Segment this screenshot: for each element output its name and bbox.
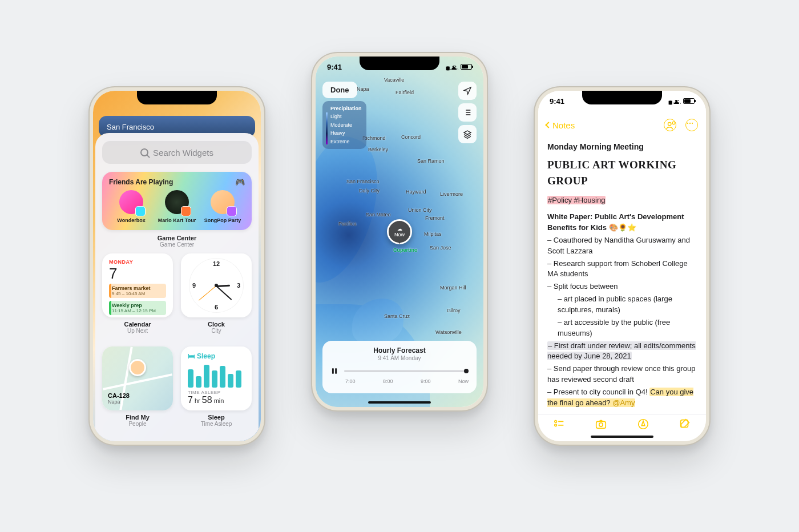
- sleep-label: Sleep Time Asleep: [181, 414, 252, 427]
- notch: [360, 57, 439, 70]
- phone-notes: 9:41 Notes: [534, 86, 711, 446]
- wifi-icon: [673, 98, 681, 104]
- city-label: Daly City: [359, 188, 380, 194]
- hashtags: #Policy #Housing: [547, 196, 606, 204]
- city-label: Gilroy: [447, 308, 461, 313]
- friend-mariokart[interactable]: Mario Kart Tour: [155, 190, 199, 223]
- calendar-label: Calendar Up Next: [102, 321, 173, 334]
- checklist-icon: [553, 418, 566, 430]
- svg-point-5: [689, 123, 691, 124]
- home-indicator[interactable]: [368, 401, 431, 404]
- city-label: Vacaville: [384, 77, 404, 83]
- notch: [137, 91, 217, 104]
- done-button[interactable]: Done: [322, 82, 357, 98]
- search-placeholder: Search Widgets: [153, 148, 213, 158]
- svg-point-4: [687, 123, 688, 124]
- note-body[interactable]: Monday Morning Meeting Public Art Workin…: [538, 136, 706, 414]
- city-label: San Mateo: [366, 212, 391, 217]
- game-center-widget[interactable]: Friends Are Playing 🎮 Wonderbox Mario Ka…: [102, 172, 252, 230]
- city-label: Morgan Hill: [440, 285, 466, 291]
- sleep-widget[interactable]: 🛏Sleep TIME ASLEEP 7 hr 58 min: [181, 346, 252, 410]
- more-button[interactable]: [685, 119, 698, 131]
- note-title: Public Art Working Group: [547, 157, 697, 188]
- note-subtitle: Monday Morning Meeting: [547, 141, 697, 152]
- svg-point-6: [692, 123, 693, 124]
- city-label: Fremont: [425, 215, 445, 221]
- clock-face: 12 3 6 9: [189, 258, 244, 313]
- city-label: Concord: [401, 134, 421, 140]
- city-label: Watsonville: [435, 329, 462, 335]
- weather-map[interactable]: VacavilleNapaFairfieldRichmondConcordBer…: [316, 57, 483, 407]
- signal-icon: [446, 63, 448, 71]
- search-icon: [140, 148, 148, 156]
- city-label: Fairfield: [396, 90, 414, 95]
- person-pin: [129, 359, 146, 376]
- city-label: San Jose: [430, 245, 451, 251]
- sleep-bars: [188, 365, 245, 388]
- svg-rect-0: [332, 368, 334, 373]
- svg-point-2: [668, 123, 671, 126]
- home-indicator[interactable]: [591, 436, 653, 438]
- markup-button[interactable]: [636, 417, 650, 431]
- findmy-label: Find My People: [102, 414, 173, 427]
- battery-icon: [683, 98, 695, 104]
- findmy-widget[interactable]: CA-128 Napa: [102, 346, 173, 410]
- city-label: Napa: [357, 86, 369, 92]
- game-center-icon: 🎮: [235, 178, 245, 187]
- now-pin[interactable]: ☁ Now: [387, 219, 412, 244]
- gc-title: Friends Are Playing: [109, 178, 173, 186]
- list-button[interactable]: [458, 103, 477, 122]
- status-time: 9:41: [550, 97, 564, 106]
- notes-nav-bar: Notes: [538, 114, 706, 136]
- checklist-button[interactable]: [552, 417, 566, 431]
- svg-point-3: [672, 122, 675, 124]
- city-label: Livermore: [440, 191, 463, 197]
- camera-icon: [594, 418, 608, 430]
- timeline-ticks: 7:00 8:00 9:00 Now: [330, 378, 469, 384]
- widgets-sheet: Search Widgets Friends Are Playing 🎮 Won…: [95, 133, 259, 441]
- cloud-rain-icon: ☁: [397, 226, 402, 232]
- compose-button[interactable]: [678, 417, 692, 431]
- search-widgets-field[interactable]: Search Widgets: [102, 141, 252, 164]
- location-button[interactable]: [458, 82, 477, 100]
- mention[interactable]: @Amy: [612, 398, 635, 407]
- calendar-widget[interactable]: MONDAY 7 Farmers market 9:45 – 10:45 AM …: [102, 253, 173, 317]
- city-label: San Francisco: [346, 179, 380, 184]
- bed-icon: 🛏: [188, 352, 195, 360]
- city-label: Union City: [408, 207, 432, 213]
- pin-city-label: Cupertino: [393, 247, 418, 253]
- city-label: Hayward: [406, 189, 426, 195]
- friend-wonderbox[interactable]: Wonderbox: [109, 190, 154, 223]
- forecast-card[interactable]: Hourly Forecast 9:41 AM Monday 7:00 8:00…: [322, 341, 477, 393]
- precipitation-legend: Precipitation Light Moderate Heavy Extre…: [322, 101, 366, 149]
- status-time: 9:41: [327, 63, 342, 71]
- clock-label: Clock City: [181, 321, 252, 334]
- city-label: Pacifica: [338, 221, 357, 227]
- city-label: Milpitas: [424, 231, 442, 237]
- clock-widget[interactable]: 12 3 6 9: [181, 253, 252, 317]
- svg-point-10: [599, 422, 603, 426]
- layers-button[interactable]: [458, 125, 477, 143]
- back-button[interactable]: Notes: [546, 120, 575, 130]
- calendar-event-2: Weekly prep 11:15 AM – 12:15 PM: [109, 301, 166, 315]
- sleep-metric: 7 hr 58 min: [188, 395, 245, 405]
- layers-icon: [463, 130, 472, 139]
- section-heading: White Paper: Public Art's Development Be…: [547, 212, 697, 233]
- compose-icon: [679, 418, 691, 430]
- weather-city: San Francisco: [107, 123, 154, 131]
- list-icon: [463, 108, 472, 117]
- friend-songpop[interactable]: SongPop Party: [200, 190, 245, 223]
- phone-weather-map: 9:41 VacavilleNapaFairfieldRichmondConco…: [311, 52, 488, 412]
- forecast-timeline[interactable]: [344, 370, 469, 372]
- camera-button[interactable]: [594, 417, 608, 431]
- person-badge-icon: [664, 119, 677, 132]
- chevron-left-icon: [545, 122, 551, 128]
- wifi-icon: [450, 64, 458, 70]
- gc-widget-label: Game Center Game Center: [102, 235, 252, 248]
- battery-icon: [461, 64, 472, 70]
- pause-icon: [330, 367, 338, 375]
- location-arrow-icon: [463, 86, 472, 95]
- city-label: Santa Cruz: [384, 313, 410, 319]
- pause-button[interactable]: [330, 367, 338, 375]
- collaborate-button[interactable]: [664, 119, 676, 131]
